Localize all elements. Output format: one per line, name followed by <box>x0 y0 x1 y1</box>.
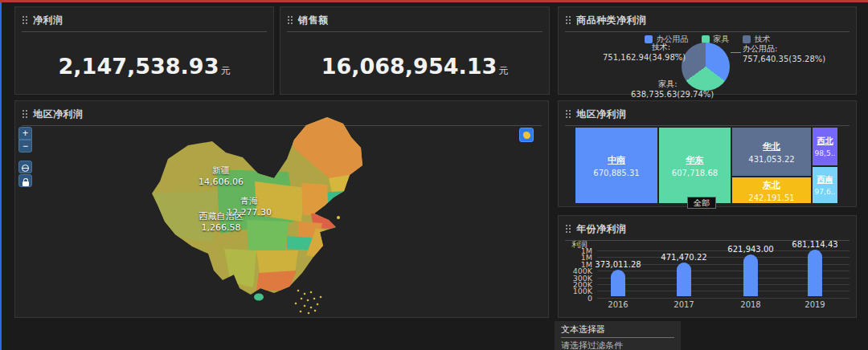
divider <box>22 31 267 32</box>
map-label-tibet: 西藏自治区 1,266.58 <box>194 211 248 234</box>
bar-value-label: 621,943.00 <box>714 245 787 254</box>
kpi-value: 16,068,954.13元 <box>280 54 549 79</box>
pie-callout-tech: 技术: 751,162.94(34.98%) <box>603 43 670 63</box>
map-zoom-out-button[interactable]: − <box>18 140 32 153</box>
treemap-block-xinan[interactable]: 西南 97,6.. <box>813 167 837 203</box>
leader-line <box>731 52 741 53</box>
region-profit-map-panel: 地区净利润 <box>14 100 549 318</box>
window-left-edge <box>0 0 2 350</box>
divider <box>565 125 850 126</box>
bar-2019[interactable] <box>808 250 822 296</box>
bar-value-label: 471,470.22 <box>648 253 720 262</box>
treemap-block-huadong[interactable]: 华东 607,718.68 <box>659 128 731 203</box>
legend-item-tech[interactable]: 技术 <box>743 34 771 45</box>
x-tick-2019: 2019 <box>791 300 839 309</box>
region-profit-treemap-panel: 地区净利润 中南 670,885.31 华东 607,718.68 华北 431… <box>558 100 857 207</box>
map-label-xinjiang: 新疆 14,606.06 <box>196 165 246 189</box>
china-map[interactable] <box>15 101 550 319</box>
panel-title: 地区净利润 <box>576 108 627 121</box>
bar-2017[interactable] <box>677 262 691 296</box>
drag-handle-icon[interactable] <box>565 224 572 234</box>
minus-icon: − <box>23 140 28 152</box>
drag-handle-icon[interactable] <box>22 15 29 26</box>
net-profit-value: 2,147,538.93 <box>59 54 219 79</box>
divider <box>287 31 542 32</box>
filter-title: 文本选择器 <box>561 324 674 336</box>
kpi-value: 2,147,538.93元 <box>15 54 273 79</box>
y-tick: 0 <box>563 294 592 303</box>
map-reset-view-button[interactable] <box>18 161 32 173</box>
bar-2016[interactable] <box>611 270 625 296</box>
net-profit-card: 净利润 2,147,538.93元 <box>14 6 274 95</box>
category-profit-pie-panel: 商品种类净利润 办公用品 家具 技术 技术: 751,162.94(34.98%… <box>558 6 857 95</box>
gridline <box>597 298 850 299</box>
drag-handle-icon[interactable] <box>565 109 572 120</box>
map-style-icon <box>523 132 530 139</box>
unit-label: 元 <box>220 65 230 76</box>
map-zoom-in-button[interactable]: + <box>18 127 32 140</box>
plus-icon: + <box>23 128 28 139</box>
legend-swatch-icon <box>743 35 751 43</box>
sales-value: 16,068,954.13 <box>321 54 497 79</box>
drag-handle-icon[interactable] <box>565 15 572 26</box>
treemap-block-dongbei[interactable]: 东北 242,191.51 <box>732 177 811 203</box>
lock-icon <box>23 181 29 186</box>
panel-title: 商品种类净利润 <box>576 14 647 27</box>
card-title: 销售额 <box>298 14 329 27</box>
map-lock-button[interactable] <box>18 174 32 187</box>
window-top-edge <box>0 0 868 2</box>
treemap-block-zhongnan[interactable]: 中南 670,885.31 <box>575 128 657 203</box>
x-tick-2018: 2018 <box>727 300 775 309</box>
card-title: 净利润 <box>33 14 63 27</box>
divider <box>565 31 850 32</box>
x-tick-2016: 2016 <box>594 300 642 309</box>
text-filter-widget[interactable]: 文本选择器 请选择过滤条件 <box>555 321 681 350</box>
unit-label: 元 <box>498 65 508 76</box>
x-tick-2017: 2017 <box>660 300 708 309</box>
bar-value-label: 373,011.28 <box>582 260 654 269</box>
drag-handle-icon[interactable] <box>287 15 294 26</box>
bar-value-label: 681,114.43 <box>779 240 851 249</box>
pie-callout-office: 办公用品: 757,640.35(35.28%) <box>743 44 825 64</box>
pie-callout-furniture: 家具: 638,735.63(29.74%) <box>631 79 705 100</box>
treemap-block-xibei[interactable]: 西北 98,5.. <box>813 128 837 165</box>
treemap-block-huabei[interactable]: 华北 431,053.22 <box>732 128 811 176</box>
panel-title: 年份净利润 <box>576 222 627 236</box>
map-style-button[interactable] <box>519 128 534 142</box>
yearly-profit-bar-panel: 年份净利润 利润 1M 1M 1M 400K 300K 200K 100K 0 … <box>558 215 857 318</box>
divider <box>561 337 674 338</box>
dashboard: 净利润 2,147,538.93元 销售额 16,068,954.13元 商品种… <box>0 0 868 350</box>
bar-2018[interactable] <box>743 254 758 296</box>
filter-placeholder[interactable]: 请选择过滤条件 <box>561 340 674 350</box>
sales-card: 销售额 16,068,954.13元 <box>280 6 550 95</box>
treemap-tooltip: 全部 <box>687 197 716 209</box>
globe-icon <box>22 165 29 172</box>
